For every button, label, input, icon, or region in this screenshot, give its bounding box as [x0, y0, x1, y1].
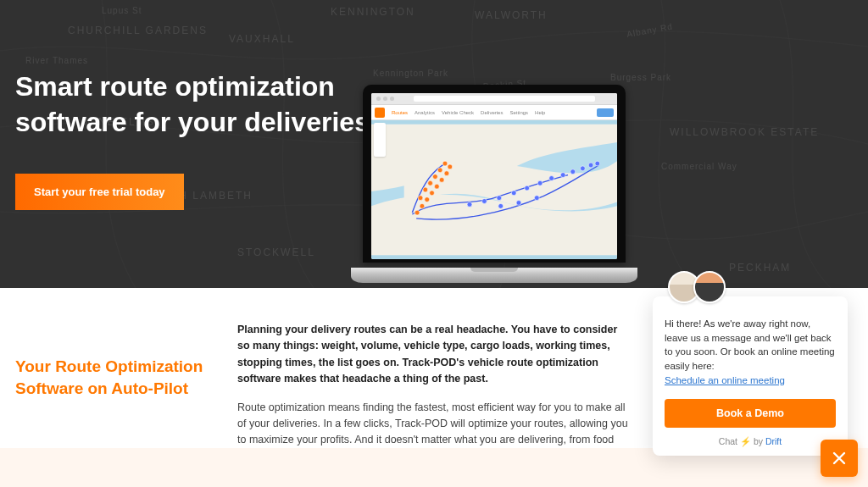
hero-title-line2: software for your deliveries [15, 107, 370, 137]
svg-point-5 [430, 191, 435, 196]
app-primary-button [597, 108, 614, 117]
close-icon [831, 450, 848, 467]
chat-widget: Hi there! As we're away right now, leave… [653, 296, 848, 456]
svg-point-4 [425, 197, 430, 202]
svg-point-21 [537, 180, 542, 185]
svg-point-25 [581, 166, 586, 171]
svg-point-16 [467, 202, 472, 208]
svg-point-13 [428, 180, 433, 185]
svg-point-11 [437, 168, 442, 173]
section-paragraph-bold: Planning your delivery routes can be a r… [237, 322, 631, 388]
app-tab-deliveries: Deliveries [481, 110, 503, 115]
svg-point-28 [498, 203, 504, 208]
app-tab-routes: Routes [392, 110, 408, 115]
browser-chrome [371, 93, 617, 105]
svg-point-3 [420, 203, 425, 208]
svg-point-19 [511, 191, 516, 196]
chat-message: Hi there! As we're away right now, leave… [665, 308, 836, 387]
drift-brand-link[interactable]: Drift [765, 436, 782, 446]
app-logo-icon [375, 108, 385, 118]
bg-label: STOCKWELL [237, 246, 315, 258]
chat-avatars [668, 271, 726, 303]
app-tab-settings: Settings [509, 110, 528, 115]
map-controls-panel [374, 123, 386, 157]
svg-point-12 [433, 174, 438, 180]
svg-point-17 [482, 199, 487, 204]
svg-point-23 [560, 173, 565, 178]
svg-point-14 [423, 187, 428, 192]
avatar [693, 271, 726, 303]
svg-point-10 [442, 161, 448, 166]
svg-point-30 [534, 196, 539, 201]
svg-point-15 [418, 196, 423, 201]
svg-point-27 [595, 161, 600, 166]
svg-point-26 [588, 163, 593, 168]
svg-point-8 [444, 171, 449, 176]
svg-point-7 [439, 178, 444, 183]
chat-close-button[interactable] [821, 440, 858, 477]
chat-greeting-text: Hi there! As we're away right now, leave… [665, 318, 835, 371]
hero-section: CHURCHILL GARDENS KENNINGTON WALWORTH VA… [0, 0, 868, 288]
laptop-mockup: Routes Analytics Vehicle Check Deliverie… [351, 85, 637, 283]
svg-point-24 [570, 169, 576, 174]
svg-point-9 [448, 164, 453, 169]
route-map [371, 120, 617, 259]
start-trial-button[interactable]: Start your free trial today [15, 174, 184, 210]
app-toolbar: Routes Analytics Vehicle Check Deliverie… [371, 105, 617, 120]
book-demo-button[interactable]: Book a Demo [665, 399, 836, 428]
svg-point-2 [415, 210, 420, 215]
app-tab-vehicle: Vehicle Check [442, 110, 474, 115]
hero-title-line1: Smart route optimization [15, 71, 335, 102]
chat-footer-prefix: Chat [719, 436, 737, 446]
chat-footer-by: by [754, 436, 763, 446]
bg-label: PECKHAM [729, 262, 791, 274]
app-tab-analytics: Analytics [415, 110, 435, 115]
svg-point-6 [434, 184, 439, 189]
svg-point-29 [516, 201, 521, 206]
schedule-meeting-link[interactable]: Schedule an online meeting [665, 375, 785, 385]
svg-point-20 [525, 185, 530, 191]
svg-point-22 [549, 176, 554, 181]
bolt-icon: ⚡ [740, 436, 751, 446]
svg-point-18 [497, 196, 502, 201]
app-tab-help: Help [535, 110, 545, 115]
chat-footer: Chat ⚡ by Drift [665, 436, 836, 447]
